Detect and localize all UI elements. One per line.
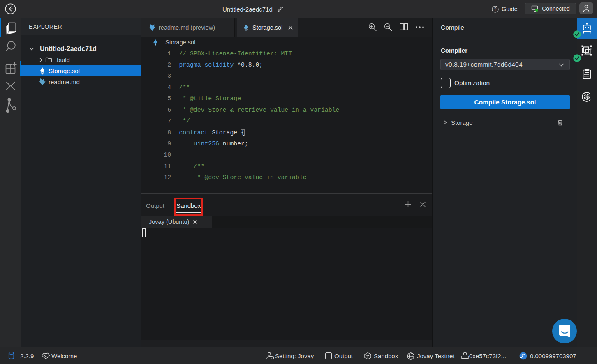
svg-text:?: ? [494, 7, 497, 12]
